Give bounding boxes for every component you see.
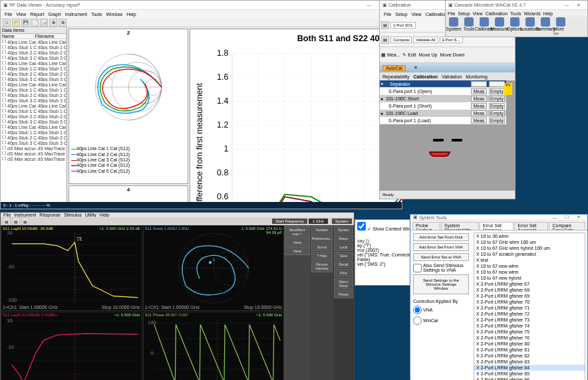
minimize-button[interactable]: — <box>549 215 561 220</box>
error-set-item[interactable]: X 10 to 67 scratch generated <box>474 251 585 257</box>
wincal-tools-icon[interactable]: Tools <box>462 17 476 36</box>
data-item-row[interactable]: ☐40ps Stub 1 C...40ps Stub 1 Cal... <box>1 87 67 92</box>
cal-step-row[interactable]: S-Para port 1 (Load)MeasEmpty <box>380 117 506 124</box>
system-btn[interactable]: System <box>332 219 352 224</box>
data-item-row[interactable]: ☐40ps Stub 3 C...40ps Stub 3 Cal... <box>1 55 67 60</box>
data-item-row[interactable]: ☐40ps Stub 1 C...40ps Stub 1 Cal... <box>1 45 67 50</box>
vna-side-btn[interactable]: Local <box>334 243 353 251</box>
menu-setup[interactable]: Setup <box>395 12 407 17</box>
error-set-item[interactable]: X 2-Port LRRM gfisher 76 <box>474 335 585 341</box>
error-set-item[interactable]: X 10 to 67 new wlrm <box>474 269 585 275</box>
vna-trace-t1[interactable]: S11 LogM 10.00dB/ -20.5dB >1: 5.500 GHz … <box>1 225 142 311</box>
cal-step-row[interactable]: ▸101-190C LoadMeasEmpty <box>380 110 506 117</box>
tool-icon[interactable]: ⚙ <box>49 19 57 27</box>
syst-tab[interactable]: Probe Contact <box>412 222 440 230</box>
menu-response[interactable]: Response <box>39 213 61 217</box>
chart-icon[interactable]: 📊 <box>40 19 48 27</box>
syst-tab[interactable]: Compare Error Sets <box>549 222 585 230</box>
menu-file[interactable]: File <box>384 12 391 17</box>
error-set-item[interactable]: X 2-Port LRRM gfisher 84 <box>474 365 585 371</box>
data-item-row[interactable]: ☐40ps Stub 3 C...40ps Stub 3 Cal... <box>1 98 67 103</box>
data-item-row[interactable]: ☐40ps Stub 2 C...40ps Stub 2 Cal... <box>1 71 67 76</box>
minimize-button[interactable]: — <box>363 3 375 7</box>
vna-side-btn[interactable]: Value <box>285 247 310 255</box>
corr-vna-radio[interactable]: VNA <box>413 306 469 314</box>
cal-tab-calibration[interactable]: Calibration <box>413 74 438 79</box>
data-item-row[interactable]: ☐dS Max accur...dS MaxTrace to... <box>1 156 67 161</box>
vna-side-btn[interactable]: Value <box>285 238 310 246</box>
menu-utility[interactable]: Utility <box>85 213 96 217</box>
error-set-item[interactable]: X 2-Port LRRM gfisher 81 <box>474 347 585 353</box>
menu-wizards[interactable]: Wizards <box>523 11 540 16</box>
data-item-row[interactable]: ☐dS Max accur...dS MaxTrace to... <box>1 151 67 156</box>
cal-1port-btn[interactable]: 1-Port SOL <box>390 22 416 29</box>
error-set-item[interactable]: X 10 to 67 GHz wlrm hybrid 100 um <box>474 245 585 251</box>
data-item-row[interactable]: ☐40ps Stub 2 C...40ps Stub 2 Cal... <box>1 50 67 55</box>
vna-trace-t3[interactable]: S12 LogM 10.000dB/ 0.00dBm >1: 5.500 GHz… <box>1 312 142 380</box>
cal-step-row[interactable]: S-Para port 1 (Short)MeasEmpty <box>380 102 506 110</box>
data-item-row[interactable]: ☐40ps Stub 1 C...40ps Stub 1 Cal... <box>1 130 67 135</box>
data-item-row[interactable]: ☐40ps Stub 2 C...40ps Stub 2 Cal... <box>1 114 67 119</box>
vna-side-btn[interactable]: Save <box>334 252 353 260</box>
movedown-btn[interactable]: Move Down <box>440 52 464 57</box>
vna-side-btn[interactable]: Recall <box>334 260 353 268</box>
start-freq-value[interactable]: 1 GHz <box>309 219 328 224</box>
menu-instrument[interactable]: Instrument <box>14 213 36 217</box>
syst-tab[interactable]: Error Set Manager <box>480 222 514 230</box>
autocal-btn[interactable]: AutoCal <box>382 65 406 71</box>
vna-tool-icon[interactable]: ▤ <box>12 217 20 225</box>
add-from-vna-btn[interactable]: Add Error Set From VNA <box>413 243 469 251</box>
error-set-item[interactable]: X 10 to 67 new hybrid <box>474 275 585 281</box>
tool2-icon[interactable]: ⚙ <box>59 19 67 27</box>
menu-calibration[interactable]: Calibration <box>486 11 508 16</box>
wincal-summary-icon[interactable]: Summary <box>538 17 553 36</box>
vna-side-btn[interactable]: Print <box>334 269 353 277</box>
error-set-item[interactable]: X 2-Port LRRM gfisher 71 <box>474 305 585 311</box>
wincal-more-icon[interactable]: More >> <box>553 17 568 36</box>
menu-tools[interactable]: Tools <box>510 11 521 16</box>
cal-tab-validation[interactable]: Validation <box>442 74 462 79</box>
vna-trace-t2[interactable]: S11 Smith 1.000U 1.00U 1: 5.500 GHz 174.… <box>143 225 285 311</box>
data-item-row[interactable]: ☐40ps Line Cal...40ps Line Cal 5 ... <box>1 124 67 130</box>
error-set-item[interactable]: X 2-Port LRRM gfisher 75 <box>474 329 585 335</box>
send-to-vna-btn[interactable]: Send Error Set to VNA <box>413 253 469 261</box>
wincal-measure-icon[interactable]: Measure <box>492 17 507 36</box>
vna-tool-icon[interactable]: ▤ <box>21 217 29 225</box>
error-set-item[interactable]: X 10 to 30 wlrm <box>474 233 585 239</box>
menu-view[interactable]: View <box>473 11 483 16</box>
col-filename[interactable]: Filename <box>34 34 67 39</box>
data-item-row[interactable]: ☐40ps Stub 2 C...40ps Stub 2 Cal... <box>1 92 67 98</box>
smith-chart-4[interactable]: 4 40ps Line Cal 1 Cal (S21) 40ps Line Ca… <box>69 185 188 202</box>
syst-tab[interactable]: Error Set Augment <box>514 222 548 230</box>
cal-tool-icon[interactable]: ▤ <box>381 21 389 29</box>
data-item-row[interactable]: ☐40ps Stub 1 C...40ps Stub 1 Cal... <box>1 108 67 114</box>
new-icon[interactable]: □ <box>3 19 11 27</box>
open-icon[interactable]: 📂 <box>12 19 20 27</box>
vna-side-btn[interactable]: Macro <box>334 235 353 242</box>
menu-instrument[interactable]: Instrument <box>65 12 87 17</box>
data-item-row[interactable]: ☐40ps Stub 2 C...40ps Stub 2 Cal... <box>1 135 67 140</box>
data-item-row[interactable]: ☐40ps Line Cal...40ps Line Cal 2 ... <box>1 60 67 66</box>
menu-file[interactable]: File <box>3 213 11 217</box>
close-button[interactable]: ✕ <box>573 215 585 220</box>
moveup-btn[interactable]: Move Up <box>418 52 437 57</box>
corr-wincal-radio[interactable]: WinCal <box>413 316 469 325</box>
error-set-item[interactable]: X 2-Port LRRM gfisher 72 <box>474 311 585 317</box>
menu-graph[interactable]: Graph <box>48 12 61 17</box>
vna-tool-icon[interactable]: ▤ <box>3 217 11 225</box>
data-item-row[interactable]: ☐40ps Stub 3 C...40ps Stub 3 Cal... <box>1 119 67 124</box>
stubs-chart[interactable]: Both S11 and S22 40 PS Stubs Same chart … <box>190 29 402 202</box>
data-item-row[interactable]: ☐40ps Line Cal...40ps Line Cal 4 ... <box>1 103 67 108</box>
cal-step-row[interactable]: ▸101-190C ShortMeasEmpty <box>380 95 506 102</box>
data-item-row[interactable]: ☐40ps Stub 1 C...40ps Stub 1 Cal... <box>1 66 67 71</box>
cal-2port-btn[interactable]: 2-Port S... <box>440 37 463 43</box>
cal-compute-btn[interactable]: Compute <box>390 37 412 43</box>
cal-empty-hdr[interactable]: Empty <box>489 81 505 87</box>
menu-stimulus[interactable]: Stimulus <box>64 213 82 217</box>
send-stim-btn[interactable]: Send Settings to the Stimulus Settings W… <box>413 274 469 294</box>
wincal-calibrate-icon[interactable]: Calibrate <box>477 17 492 36</box>
syst-tabs[interactable]: Probe ContactSystem RepeatabilityError S… <box>410 221 587 230</box>
syst-titlebar[interactable]: ▣ System Tools — ☐ ✕ <box>410 215 587 221</box>
cal-validate-btn[interactable]: Validate All <box>413 37 438 43</box>
vna-side-btn[interactable]: System <box>334 226 353 234</box>
